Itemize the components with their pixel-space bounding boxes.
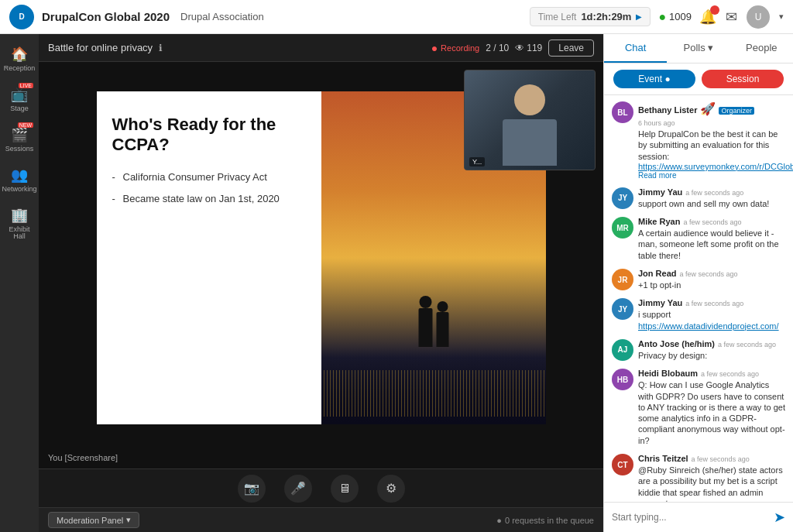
attendees-count: 1009	[669, 11, 692, 22]
avatar: MR	[612, 217, 633, 239]
list-item: AJ Anto Jose (he/him) a few seconds ago …	[612, 339, 785, 361]
message-header: Mike Ryan a few seconds ago	[638, 217, 785, 226]
message-text: i support https://www.datadividendprojec…	[638, 309, 785, 331]
message-author: Jimmy Yau	[638, 298, 682, 307]
message-time: a few seconds ago	[685, 300, 743, 307]
message-text: Q: How can I use Google Analytics with G…	[638, 379, 785, 446]
moderation-panel-button[interactable]: Moderation Panel ▾	[48, 512, 139, 528]
message-time: 6 hours ago	[638, 119, 675, 127]
microphone-button[interactable]: 🎤	[284, 475, 312, 503]
list-item: HB Heidi Blobaum a few seconds ago Q: Ho…	[612, 369, 785, 446]
header-icons: 🔔 ✉ U ▾	[699, 5, 784, 29]
message-body: Jon Read a few seconds ago +1 tp opt-in	[638, 269, 785, 290]
avatar: BL	[612, 101, 633, 123]
message-time: a few seconds ago	[692, 455, 750, 463]
tab-people[interactable]: People	[730, 34, 793, 63]
new-badge: NEW	[18, 122, 33, 128]
message-text: support own and sell my own data!	[638, 198, 785, 209]
message-author: Chris Teitzel	[638, 454, 688, 463]
message-header: Jon Read a few seconds ago	[638, 269, 785, 278]
chat-input[interactable]	[612, 512, 769, 523]
message-header: Jimmy Yau a few seconds ago	[638, 298, 785, 307]
online-dot: ●	[658, 10, 666, 24]
screen-share-button[interactable]: 🖥	[331, 475, 359, 503]
figure-body-left	[418, 308, 432, 347]
figure-head-left	[419, 296, 431, 308]
message-text: Help DrupalCon be the best it can be by …	[638, 129, 785, 162]
moderation-label: Moderation Panel	[57, 516, 123, 525]
message-time: a few seconds ago	[718, 341, 776, 348]
filter-event-button[interactable]: Event ●	[613, 70, 695, 88]
screen-icon: 🖥	[338, 482, 351, 496]
pip-person	[499, 84, 561, 170]
city-grid	[321, 370, 546, 417]
read-more-link[interactable]: Read more	[638, 171, 785, 180]
message-time: a few seconds ago	[680, 270, 738, 278]
home-icon: 🏠	[9, 45, 30, 63]
sidebar-item-reception[interactable]: 🏠 Reception	[2, 40, 37, 77]
message-link[interactable]: https://www.datadividendproject.com/	[638, 321, 779, 331]
chat-panel: Chat Polls ▾ People Event ● Session BL B…	[603, 34, 793, 532]
message-text: Privacy by design:	[638, 350, 785, 361]
sidebar-label-stage: Stage	[10, 105, 29, 113]
mic-icon: 🎤	[290, 481, 306, 496]
org-name: Drupal Association	[180, 11, 264, 22]
message-link[interactable]: https://www.surveymonkey.com/r/DCGlobal2…	[638, 162, 785, 171]
info-icon[interactable]: ℹ	[159, 43, 163, 53]
list-item: JR Jon Read a few seconds ago +1 tp opt-…	[612, 269, 785, 290]
slide-area: Who's Ready for the CCPA? California Con…	[39, 62, 603, 469]
sidebar-item-sessions[interactable]: 🎬 NEW Sessions	[2, 121, 37, 158]
figure-body-right	[436, 312, 448, 347]
settings-icon: ⚙	[386, 481, 396, 496]
sidebar-label-networking: Networking	[2, 186, 36, 194]
tab-polls[interactable]: Polls ▾	[667, 34, 729, 63]
main-layout: 🏠 Reception 📺 LIVE Stage 🎬 NEW Sessions …	[0, 34, 793, 532]
chevron-down-icon[interactable]: ▾	[779, 12, 784, 22]
sidebar-item-networking[interactable]: 👥 Networking	[2, 161, 37, 198]
pip-face	[465, 70, 595, 170]
message-body: Jimmy Yau a few seconds ago i support ht…	[638, 298, 785, 331]
timer-label: Time Left	[538, 12, 577, 22]
send-button[interactable]: ➤	[774, 509, 785, 526]
sidebar-item-stage[interactable]: 📺 LIVE Stage	[2, 81, 37, 118]
tab-people-label: People	[746, 42, 777, 53]
tab-chat[interactable]: Chat	[604, 34, 667, 63]
pip-person-body	[503, 119, 557, 166]
sidebar-label-exhibithall: Exhibit Hall	[3, 226, 36, 242]
message-body: Mike Ryan a few seconds ago A certain au…	[638, 217, 785, 261]
eye-icon: 👁	[515, 43, 524, 53]
user-avatar[interactable]: U	[747, 5, 770, 29]
chat-filter: Event ● Session	[604, 63, 793, 95]
sidebar-item-exhibithall[interactable]: 🏢 Exhibit Hall	[2, 201, 37, 246]
bottom-bar: Moderation Panel ▾ ● 0 requests in the q…	[39, 507, 603, 532]
filter-session-button[interactable]: Session	[702, 70, 784, 88]
screenshare-label: You [Screenshare]	[48, 453, 118, 462]
notifications-icon[interactable]: 🔔	[699, 9, 716, 26]
moderation-arrow: ▾	[126, 515, 131, 525]
leave-button[interactable]: Leave	[548, 39, 594, 57]
drupal-logo: D	[9, 5, 34, 29]
video-area: Battle for online privacy ℹ ● Recording …	[39, 34, 603, 532]
message-text: A certain audience would believe it - ma…	[638, 228, 785, 261]
slide-white: Who's Ready for the CCPA? California Con…	[97, 91, 321, 424]
messages-icon[interactable]: ✉	[726, 9, 737, 26]
message-header: Chris Teitzel a few seconds ago	[638, 454, 785, 463]
settings-button[interactable]: ⚙	[377, 475, 405, 503]
pip-video: Y...	[464, 70, 596, 170]
recording-dot: ●	[431, 42, 438, 54]
exhibithall-icon: 🏢	[9, 206, 30, 225]
controls-bar: 📷 🎤 🖥 ⚙	[39, 469, 603, 507]
camera-button[interactable]: 📷	[238, 475, 266, 503]
avatar: JR	[612, 269, 633, 290]
session-title: Battle for online privacy	[48, 42, 153, 53]
message-header: Bethany Lister 🚀 Organizer 6 hours ago	[638, 101, 785, 127]
session-bar: Battle for online privacy ℹ ● Recording …	[39, 34, 603, 62]
message-author: Jimmy Yau	[638, 187, 682, 197]
avatar: HB	[612, 369, 633, 390]
play-icon[interactable]: ▶	[636, 12, 642, 21]
slide-heading: Who's Ready for the CCPA?	[112, 115, 306, 156]
slide-bullets: California Consumer Privacy Act Became s…	[112, 170, 306, 206]
queue-info: ● 0 requests in the queue	[496, 516, 594, 525]
figure-head-right	[437, 301, 448, 312]
message-body: Heidi Blobaum a few seconds ago Q: How c…	[638, 369, 785, 446]
